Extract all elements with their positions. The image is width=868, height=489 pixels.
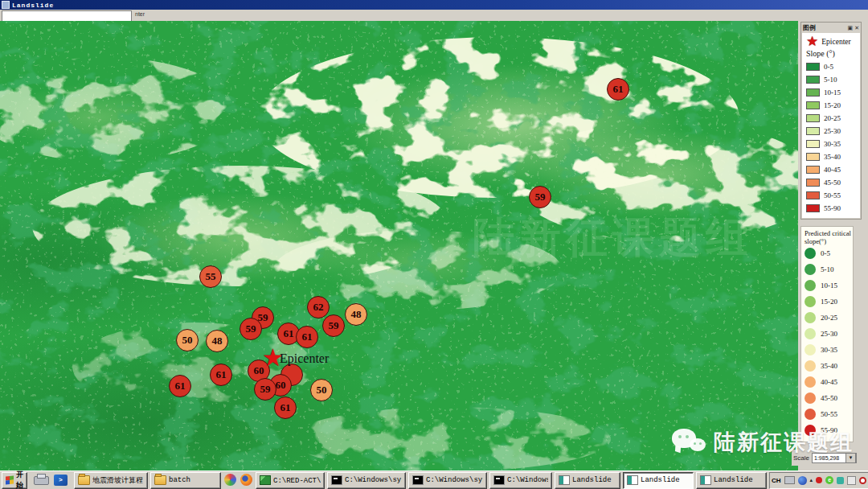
ghost-watermark: 陆新征课题组	[473, 210, 752, 266]
slope-marker[interactable]: 62	[307, 296, 330, 318]
close-icon[interactable]: ✕	[854, 25, 859, 31]
slope-marker[interactable]: 59	[240, 318, 262, 340]
landslide-icon	[627, 475, 638, 485]
toolbar-row: nter	[0, 10, 868, 22]
tray-forbidden-icon[interactable]	[859, 477, 866, 484]
firefox-launcher[interactable]	[240, 472, 253, 487]
legend-item: 10-15	[805, 277, 851, 294]
taskbar-button-label: Landslide	[572, 476, 612, 484]
window-buttons: 地震滑坡计算程...batchC:\RED-ACT\地...C:\Windows…	[74, 472, 767, 489]
legend-swatch	[806, 88, 820, 97]
slope-marker[interactable]: 61	[607, 78, 629, 101]
legend-item-label: 10-15	[824, 88, 841, 97]
taskbar-button-c-windows-sys-[interactable]: C:\Windows\sys...	[327, 472, 406, 489]
wechat-icon	[672, 427, 707, 458]
legend-critical-title-1: Predicted critical	[805, 229, 851, 237]
slope-marker[interactable]: 59	[254, 378, 276, 401]
taskbar: 开始 > 地震滑坡计算程...batchC:\RED-ACT\地...C:\Wi…	[0, 471, 868, 489]
folder-icon	[78, 475, 90, 485]
legend-item-label: 30-35	[824, 140, 841, 148]
legend-item-label: 35-40	[824, 153, 841, 161]
legend-item: 50-55	[806, 189, 858, 202]
tray-green-icon[interactable]: e	[825, 476, 833, 484]
keyboard-icon[interactable]	[784, 476, 795, 484]
tray-teal-icon[interactable]	[837, 477, 844, 484]
slope-marker[interactable]: 61	[210, 364, 232, 386]
legend-slope-body: ★ Epicenter Slope (°) 0-55-1010-1515-202…	[802, 33, 860, 218]
taskbar-button-batch[interactable]: batch	[150, 472, 221, 489]
slope-marker[interactable]: 61	[296, 326, 318, 348]
legend-item: 15-20	[806, 99, 858, 112]
slope-marker[interactable]: 59	[322, 314, 345, 337]
legend-item-label: 40-45	[824, 166, 841, 174]
language-indicator[interactable]: CH	[772, 477, 781, 484]
legend-item-label: 0-5	[821, 249, 830, 257]
legend-item-label: 50-55	[824, 191, 841, 199]
epicenter-star-icon: ★	[806, 36, 818, 47]
legend-item: 25-30	[805, 326, 851, 342]
map-canvas[interactable]: 陆新征课题组 615955624859595961615048606161605…	[0, 21, 800, 471]
tray-app-icon[interactable]	[798, 476, 807, 485]
legend-item-label: 5-10	[821, 265, 834, 273]
legend-item: 10-15	[806, 86, 858, 99]
legend-panel-titlebar[interactable]: 图例 ▣ ✕	[801, 23, 861, 33]
legend-swatch	[806, 153, 820, 161]
slope-marker[interactable]: 55	[199, 265, 222, 288]
taskbar-button-label: C:\Windows\sys...	[345, 476, 402, 484]
slope-marker[interactable]: 61	[169, 375, 191, 397]
tray-status-icon[interactable]	[816, 477, 822, 483]
window-titlebar[interactable]: Landslide	[0, 0, 868, 10]
legend-item: 15-20	[805, 294, 851, 310]
legend-item-label: 25-30	[821, 330, 837, 338]
taskbar-button-label: 地震滑坡计算程...	[92, 475, 144, 486]
slope-marker[interactable]: 50	[310, 379, 333, 401]
tray-expand-icon[interactable]: ▴	[810, 477, 813, 483]
legend-epicenter-row: ★ Epicenter	[806, 36, 858, 47]
sphere-icon	[224, 474, 236, 486]
taskbar-button-landslide[interactable]: Landslide	[555, 472, 620, 489]
legend-swatch	[805, 280, 816, 291]
slope-marker[interactable]: 48	[206, 330, 228, 352]
slope-marker[interactable]: 48	[345, 303, 367, 326]
slope-marker[interactable]: 50	[176, 329, 199, 351]
legend-swatch	[805, 264, 816, 275]
taskbar-button-label: C:\Windows\sys...	[426, 476, 483, 484]
legend-item: 30-35	[806, 138, 858, 150]
cmd-icon	[493, 475, 505, 485]
watermark-text: 陆新征课题组	[714, 428, 854, 457]
printer-icon[interactable]	[34, 476, 49, 485]
powershell-icon[interactable]: >	[54, 475, 68, 486]
legend-critical-items: 0-55-1010-1515-2020-2525-3030-3535-4040-…	[805, 245, 851, 438]
legend-item: 0-5	[805, 245, 851, 261]
slope-marker[interactable]: 59	[529, 186, 551, 208]
taskbar-button-c-windows-sys-[interactable]: C:\Windows\sys...	[408, 472, 487, 489]
taskbar-button-label: C:\Windows\sys...	[507, 476, 548, 484]
legend-item: 45-50	[805, 390, 851, 406]
legend-swatch	[805, 392, 816, 404]
legend-item: 40-45	[805, 374, 851, 390]
legend-item: 5-10	[805, 261, 851, 277]
legend-swatch	[806, 166, 820, 174]
slope-marker[interactable]: 61	[274, 397, 297, 419]
taskbar-button--[interactable]: 地震滑坡计算程...	[74, 472, 148, 489]
legend-item-label: 55-90	[824, 204, 841, 212]
pin-icon[interactable]: ▣	[848, 25, 854, 31]
taskbar-button-label: Landslide	[641, 476, 680, 484]
legend-item: 40-45	[806, 163, 858, 176]
sphere-launcher[interactable]	[223, 472, 237, 487]
legend-item-label: 15-20	[824, 101, 841, 109]
legend-swatch	[805, 344, 816, 355]
legend-swatch	[806, 101, 820, 109]
epicenter-legend-label: Epicenter	[821, 38, 850, 46]
taskbar-button-landslide[interactable]: Landslide	[623, 472, 694, 489]
legend-item-label: 0-5	[824, 63, 833, 71]
taskbar-button-c-windows-sys-[interactable]: C:\Windows\sys...	[489, 472, 552, 489]
legend-item: 20-25	[805, 310, 851, 326]
legend-swatch	[805, 296, 816, 307]
start-label: 开始	[16, 470, 23, 489]
start-button[interactable]: 开始	[2, 472, 27, 489]
taskbar-button-landslide[interactable]: Landslide	[696, 472, 767, 489]
taskbar-button-c-red-act-[interactable]: C:\RED-ACT\地...	[256, 472, 325, 489]
tray-flag-icon[interactable]	[847, 476, 856, 485]
taskbar-button-label: C:\RED-ACT\地...	[273, 475, 321, 486]
